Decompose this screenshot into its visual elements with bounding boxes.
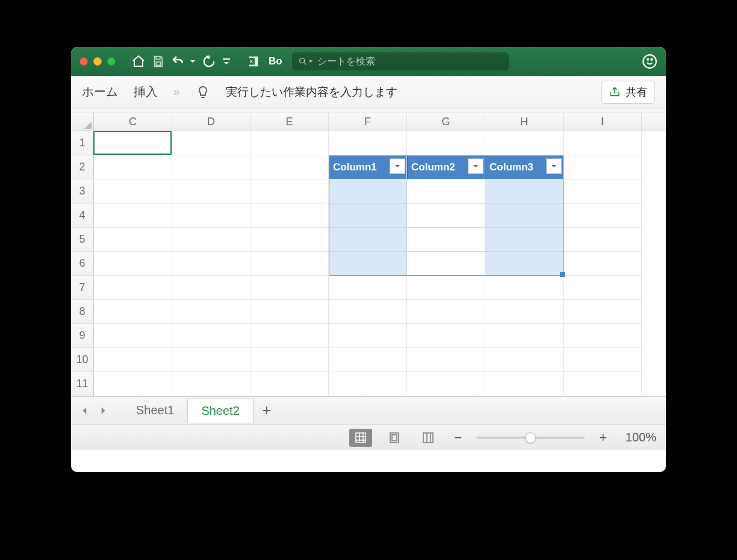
cell[interactable] (329, 300, 407, 324)
table-cell[interactable] (407, 204, 485, 228)
zoom-slider[interactable] (476, 437, 585, 439)
row-header[interactable]: 11 (71, 372, 94, 396)
cell[interactable] (94, 276, 172, 300)
cell[interactable] (250, 131, 329, 155)
cell[interactable] (485, 131, 564, 155)
cell[interactable] (172, 179, 250, 204)
search-dropdown-icon[interactable] (308, 58, 314, 64)
tell-me-input[interactable]: 実行したい作業内容を入力します (226, 84, 397, 100)
cell[interactable] (564, 179, 642, 204)
cell[interactable] (407, 372, 485, 396)
view-normal-button[interactable] (349, 429, 372, 447)
cell[interactable] (485, 372, 564, 396)
cell[interactable] (329, 372, 407, 396)
table-header-cell[interactable]: Column2 (407, 155, 485, 179)
zoom-percent[interactable]: 100% (621, 431, 656, 444)
zoom-slider-thumb[interactable] (525, 432, 536, 443)
row-header[interactable]: 10 (71, 348, 94, 372)
cell[interactable] (172, 228, 250, 252)
cell[interactable] (407, 300, 485, 324)
cell[interactable] (250, 372, 329, 396)
undo-dropdown-icon[interactable] (189, 58, 196, 65)
add-sheet-button[interactable]: + (253, 401, 280, 420)
table-cell[interactable] (485, 179, 564, 204)
cell[interactable] (172, 155, 250, 179)
filter-dropdown-button[interactable] (468, 158, 484, 174)
tab-overflow-icon[interactable]: » (173, 85, 180, 99)
cell[interactable] (94, 324, 172, 348)
cell[interactable] (564, 252, 642, 276)
cell[interactable] (329, 276, 407, 300)
cell[interactable] (172, 204, 250, 228)
cell[interactable] (94, 204, 172, 228)
row-header[interactable]: 3 (71, 179, 94, 204)
redo-icon[interactable] (202, 55, 216, 68)
cell[interactable] (172, 276, 250, 300)
cell[interactable] (172, 348, 250, 372)
table-cell[interactable] (485, 252, 564, 276)
row-header[interactable]: 2 (71, 155, 94, 179)
cell[interactable] (407, 276, 485, 300)
row-header[interactable]: 7 (71, 276, 94, 300)
cell[interactable] (250, 179, 329, 204)
cell[interactable] (485, 300, 564, 324)
cell-grid[interactable]: 12Column1Column2Column334567891011 (71, 131, 666, 396)
row-header[interactable]: 1 (71, 131, 94, 155)
cell[interactable] (172, 372, 250, 396)
column-header[interactable]: G (407, 113, 485, 131)
row-header[interactable]: 4 (71, 204, 94, 228)
select-all-corner[interactable] (71, 113, 94, 131)
tab-home[interactable]: ホーム (82, 84, 118, 100)
table-cell[interactable] (329, 252, 407, 276)
cell[interactable] (485, 324, 564, 348)
table-cell[interactable] (407, 252, 485, 276)
cell[interactable] (172, 300, 250, 324)
cell[interactable] (250, 155, 329, 179)
cell[interactable] (564, 204, 642, 228)
table-header-cell[interactable]: Column3 (485, 155, 564, 179)
column-header[interactable]: D (172, 113, 250, 131)
zoom-window-button[interactable] (107, 57, 116, 66)
table-cell[interactable] (407, 179, 485, 204)
qat-customize-icon[interactable] (222, 57, 231, 66)
cell[interactable] (485, 348, 564, 372)
cell[interactable] (172, 131, 250, 155)
cell[interactable] (94, 179, 172, 204)
feedback-icon[interactable] (642, 54, 658, 69)
cell[interactable] (564, 228, 642, 252)
table-cell[interactable] (407, 228, 485, 252)
cell[interactable] (94, 155, 172, 179)
row-header[interactable]: 9 (71, 324, 94, 348)
sheet-tab-active[interactable]: Sheet2 (187, 399, 253, 423)
column-header[interactable]: E (250, 113, 329, 131)
cell[interactable] (94, 252, 172, 276)
cell[interactable] (407, 131, 485, 155)
close-window-button[interactable] (79, 57, 88, 66)
column-header[interactable]: C (94, 113, 172, 131)
cell[interactable] (250, 324, 329, 348)
minimize-window-button[interactable] (93, 57, 102, 66)
zoom-out-button[interactable]: − (450, 430, 465, 446)
table-cell[interactable] (329, 179, 407, 204)
undo-icon[interactable] (171, 54, 185, 69)
home-icon[interactable] (131, 54, 146, 69)
cell[interactable] (94, 372, 172, 396)
search-box[interactable] (292, 52, 509, 70)
row-header[interactable]: 8 (71, 300, 94, 324)
cell[interactable] (250, 252, 329, 276)
view-page-break-button[interactable] (417, 429, 440, 447)
cell[interactable] (172, 324, 250, 348)
cell[interactable] (407, 348, 485, 372)
column-header[interactable]: H (485, 113, 564, 131)
cell[interactable] (250, 276, 329, 300)
cell[interactable] (564, 276, 642, 300)
cell[interactable] (329, 131, 407, 155)
table-header-cell[interactable]: Column1 (329, 155, 407, 179)
cell[interactable] (250, 348, 329, 372)
cell[interactable] (250, 204, 329, 228)
cell[interactable] (250, 300, 329, 324)
cell[interactable] (250, 228, 329, 252)
filter-dropdown-button[interactable] (390, 158, 405, 174)
cell[interactable] (564, 348, 642, 372)
table-cell[interactable] (329, 228, 407, 252)
